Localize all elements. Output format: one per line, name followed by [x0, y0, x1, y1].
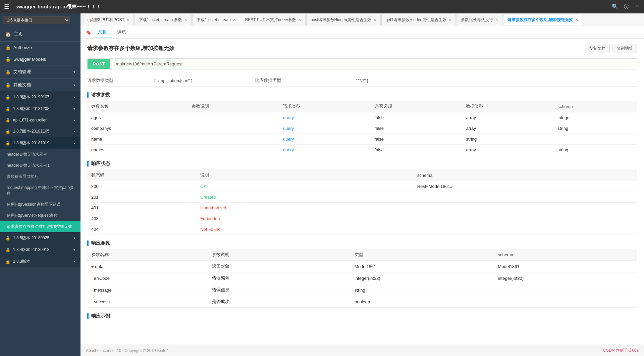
tab-close-1[interactable]: ✕: [184, 18, 187, 22]
tab-0[interactable]: □类型3,PUT和POST ✕: [83, 15, 134, 25]
chevron-down-icon-2: ▾: [73, 83, 75, 87]
sidebar-item-home[interactable]: 🏠 主页: [0, 27, 80, 42]
sidebar-item-authorize[interactable]: 🔒 Authorize: [0, 42, 80, 53]
section-bar-2: [87, 161, 89, 167]
main-panel: □类型3,PUT和POST ✕ 下载1-octet-stream-参数 ✕ 下载…: [80, 13, 644, 356]
footer-author: CSDN @彭千英689: [603, 348, 639, 353]
chevron-v4: ▴: [73, 141, 75, 145]
doc-mgmt-icon: 🔒: [5, 69, 11, 74]
tab-close-2[interactable]: ✕: [233, 18, 236, 22]
method-badge: POST: [88, 59, 110, 69]
sub-tab-debug[interactable]: 调试: [112, 26, 131, 38]
response-params-title: 响应参数: [91, 240, 110, 246]
sidebar: 1.6.X版本接口 🏠 主页 🔒 Authorize 🔒 Swagger Mod…: [0, 13, 80, 356]
help-icon[interactable]: ⓘ: [624, 3, 629, 10]
tabs-bar: □类型3,PUT和POST ✕ 下载1-octet-stream-参数 ✕ 下载…: [80, 13, 644, 26]
col-required: 是否必须: [371, 101, 462, 112]
lock-icon-v4: 🔒: [5, 141, 10, 146]
other-docs-icon: 🔒: [5, 83, 11, 88]
col-code: 状态码: [87, 169, 196, 181]
col-name: 参数名称: [87, 101, 187, 112]
request-params-title: 请求参数: [91, 92, 110, 98]
table-row: 200 OK Rest«Model1861»: [87, 181, 637, 192]
sidebar-item-other-docs[interactable]: 🔒 其他文档 ▾: [0, 78, 80, 91]
lock-icon-v3: 🔒: [5, 129, 10, 134]
sidebar-leaf-6[interactable]: 请求参数存在多个数组,增加按钮无效: [0, 221, 80, 232]
sidebar-version-1[interactable]: 🔒 1.8.8版本-20181208 ▾: [0, 103, 80, 115]
col-desc-2: 说明: [196, 169, 372, 181]
table-row: 401 Unauthorized: [87, 203, 637, 213]
section-bar-1: [87, 92, 89, 98]
api-title-row: 请求参数存在多个数组,增加按钮无效 复制文档 复制地址: [87, 44, 637, 53]
tab-5[interactable]: get1请求参数Hidden属性是否生效 ✕: [381, 15, 456, 25]
response-params-header-row: 参数名称 参数说明 类型 schema: [87, 249, 637, 261]
sidebar-leaf-2[interactable]: 参数很长导致执行: [0, 171, 80, 182]
response-example-header: 响应示例: [87, 313, 637, 319]
lock-icon-v2: 🔒: [5, 118, 10, 122]
table-row: message 错误信息 string: [87, 284, 637, 296]
search-icon[interactable]: 🔍: [612, 3, 619, 10]
sidebar-leaf-4[interactable]: 使用HttpSession参数显示错误: [0, 199, 80, 210]
sidebar-version-3[interactable]: 🔒 1.8.7版本-20181105 ▾: [0, 125, 80, 137]
topbar-icons: 🔍 ⓘ 中: [612, 3, 640, 10]
tab-7[interactable]: 请求参数存在多个数组,增加按钮无效 ✕: [503, 15, 582, 25]
sidebar-item-doc-mgmt[interactable]: 🔒 文档管理 ▾: [0, 65, 80, 78]
tab-close-0[interactable]: ✕: [126, 18, 129, 22]
chevron-down-icon: ▾: [73, 70, 75, 74]
response-status-header: 响应状态: [87, 161, 637, 167]
rp-col-name: 参数名称: [87, 249, 208, 261]
tab-close-3[interactable]: ✕: [298, 18, 301, 22]
sidebar-version-5[interactable]: 🔒 1.8.5版本-20180925 ▾: [0, 232, 80, 244]
sidebar-leaf-1[interactable]: header参数无请求示例1: [0, 160, 80, 171]
tab-close-4[interactable]: ✕: [373, 18, 376, 22]
lock-icon-v0: 🔒: [5, 95, 10, 100]
table-row: 201 Created: [87, 192, 637, 203]
api-title: 请求参数存在多个数组,增加按钮无效: [87, 45, 174, 52]
footer-license: Apache License 2.0 | Copyright © 2019-Kn…: [86, 348, 169, 353]
sub-tab-doc[interactable]: 文档: [93, 26, 112, 38]
chevron-v0: ▾: [73, 95, 75, 99]
tab-4[interactable]: post请求参数Hidden属性是否生效 ✕: [306, 15, 381, 25]
tab-1[interactable]: 下载1-octet-stream-参数 ✕: [135, 15, 192, 25]
sidebar-version-2[interactable]: 🔒 api-1871-controller ▾: [0, 115, 80, 125]
sidebar-leaf-0[interactable]: header参数无请求示例: [0, 149, 80, 160]
sidebar-item-swagger-models[interactable]: 🔒 Swagger Models: [0, 53, 80, 65]
footer: Apache License 2.0 | Copyright © 2019-Kn…: [80, 345, 644, 356]
sidebar-version-7[interactable]: 🔒 1.8.3版本 ▾: [0, 256, 80, 267]
lock-icon-v5: 🔒: [5, 236, 10, 241]
response-params-header: 响应参数: [87, 240, 637, 246]
lang-label[interactable]: 中: [635, 3, 640, 10]
copy-addr-button[interactable]: 复制地址: [612, 44, 637, 53]
copy-doc-button[interactable]: 复制文档: [585, 44, 610, 53]
chevron-v2: ▾: [73, 118, 75, 122]
lock-icon-v1: 🔒: [5, 107, 10, 111]
chevron-v7: ▾: [73, 260, 75, 263]
sub-tabs: 🔖 文档 调试: [80, 26, 644, 39]
tab-close-5[interactable]: ✕: [448, 18, 451, 22]
sidebar-version-4[interactable]: 🔒 1.8.6版本-20181019 ▴: [0, 137, 80, 149]
lock-icon: 🔒: [5, 45, 11, 50]
tab-3[interactable]: REST PUT 不支持query参数 ✕: [241, 15, 306, 25]
table-row: errCode 错误编号 integer(int32) integer(int3…: [87, 272, 637, 284]
chevron-v6: ▾: [73, 248, 75, 252]
app-title: swagger-bootstrap-ui很棒~~~！！！: [15, 4, 101, 10]
request-params-header-row: 参数名称 参数说明 请求类型 是否必须 数据类型 schema: [87, 101, 637, 112]
hamburger-icon[interactable]: ☰: [4, 3, 9, 10]
sidebar-version-0[interactable]: 🔒 1.8.9版本-20190107 ▾: [0, 91, 80, 103]
col-desc: 参数说明: [187, 101, 279, 112]
sidebar-version-6[interactable]: 🔒 1.8.4版本-20180918 ▾: [0, 244, 80, 256]
sidebar-leaf-3[interactable]: request mapping 中地址不支持path参数: [0, 182, 80, 199]
response-data-type-label: 响应数据类型: [255, 78, 356, 84]
tab-close-6[interactable]: ✕: [495, 18, 498, 22]
version-select[interactable]: 1.6.X版本接口: [3, 16, 70, 24]
tab-2[interactable]: 下载1-octet-stream ✕: [192, 15, 240, 25]
table-row: companys query false array string: [87, 123, 637, 134]
sidebar-leaf-5[interactable]: 使用HttpServletRequest参数: [0, 210, 80, 221]
tab-6[interactable]: 参数很长导致执行 ✕: [457, 15, 502, 25]
rp-col-schema: schema: [494, 249, 637, 261]
content-area: 请求参数存在多个数组,增加按钮无效 复制文档 复制地址 POST /api/ne…: [80, 39, 644, 345]
api-content: 请求参数存在多个数组,增加按钮无效 复制文档 复制地址 POST /api/ne…: [80, 39, 644, 327]
tab-close-7[interactable]: ✕: [575, 18, 578, 22]
col-datatype: 数据类型: [462, 101, 553, 112]
response-params-table: 参数名称 参数说明 类型 schema + data 返回对象 Model186…: [87, 249, 637, 308]
